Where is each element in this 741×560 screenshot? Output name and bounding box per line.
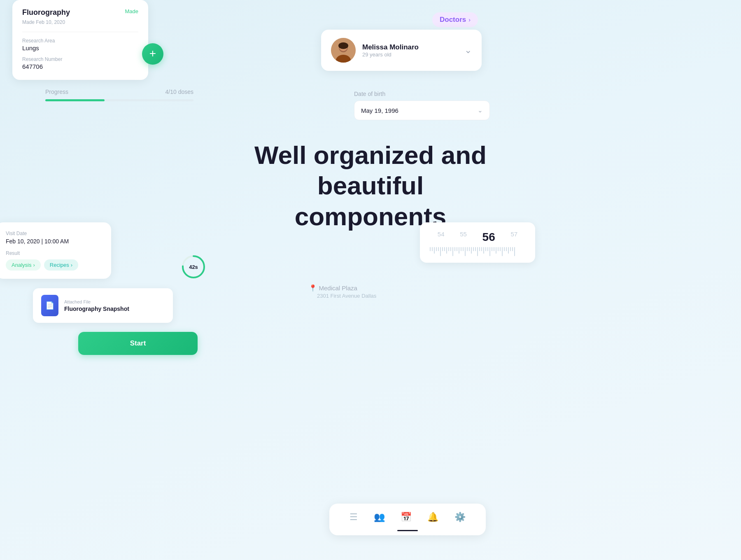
headline-text: Well organized and beautifulcomponents: [226, 140, 515, 232]
dob-label: Date of birth: [354, 91, 490, 97]
add-button[interactable]: +: [142, 43, 163, 65]
progress-bar-fill: [45, 99, 105, 101]
medical-plaza-address: 2301 First Avenue Dallas: [309, 293, 376, 299]
attached-file-label: Attached File: [64, 299, 129, 304]
timer-value: 42s: [189, 264, 198, 270]
dob-section: Date of birth May 19, 1996 ⌄: [354, 91, 490, 120]
progress-label: Progress: [45, 89, 68, 95]
dob-select[interactable]: May 19, 1996 ⌄: [354, 100, 490, 120]
ruler-num-56-active: 56: [482, 231, 495, 244]
nav-item-settings[interactable]: ⚙️: [450, 510, 470, 524]
fluoro-status-badge: Made: [125, 8, 138, 14]
medical-plaza-name: Medical Plaza: [319, 285, 357, 292]
result-label: Result: [6, 250, 101, 256]
start-button[interactable]: Start: [78, 332, 198, 355]
patient-card: Melissa Molinaro 29 years old ⌄: [321, 30, 482, 71]
doctors-label: Doctors: [440, 16, 466, 24]
dob-chevron-icon: ⌄: [478, 107, 483, 114]
bell-icon: 🔔: [427, 512, 438, 523]
analysis-chevron-icon: ›: [33, 262, 35, 268]
calendar-icon: 📅: [401, 512, 412, 523]
patient-name: Melissa Molinaro: [362, 43, 458, 51]
research-number-value: 647706: [22, 63, 138, 70]
visit-card: Visit Date Feb 10, 2020 | 10:00 AM Resul…: [0, 222, 111, 279]
nav-item-calendar[interactable]: 📅: [396, 510, 416, 524]
research-area-label: Research Area: [22, 38, 138, 44]
gear-icon: ⚙️: [454, 512, 466, 523]
research-area-value: Lungs: [22, 44, 138, 51]
ruler-num-57: 57: [510, 231, 517, 244]
headline-section: Well organized and beautifulcomponents: [0, 140, 741, 232]
documents-icon: ☰: [350, 512, 358, 523]
patient-info: Melissa Molinaro 29 years old: [362, 43, 458, 58]
ruler-num-55: 55: [460, 231, 467, 244]
file-info: Attached File Fluorography Snapshot: [64, 299, 129, 312]
visit-date-label: Visit Date: [6, 231, 101, 236]
medical-plaza-section: 📍 Medical Plaza 2301 First Avenue Dallas: [309, 284, 376, 299]
patient-expand-icon[interactable]: ⌄: [464, 45, 472, 56]
progress-bar-background: [45, 99, 193, 101]
plus-icon: +: [149, 48, 156, 59]
ruler-card: 54 55 56 57: [420, 222, 535, 263]
fluoro-title: Fluorography: [22, 8, 70, 17]
dob-value: May 19, 1996: [361, 107, 398, 114]
ruler-num-54: 54: [438, 231, 445, 244]
fluoro-date: Made Feb 10, 2020: [22, 19, 138, 25]
file-card: 📄 Attached File Fluorography Snapshot: [33, 288, 173, 323]
recipes-chevron-icon: ›: [71, 262, 72, 268]
fluorography-card: Fluorography Made Made Feb 10, 2020 Rese…: [12, 0, 148, 80]
location-icon: 📍: [309, 285, 317, 292]
doctors-badge[interactable]: Doctors ›: [432, 12, 478, 27]
nav-item-notifications[interactable]: 🔔: [423, 510, 443, 524]
research-number-label: Research Number: [22, 56, 138, 62]
timer-circle: 42s: [181, 254, 206, 279]
visit-date-value: Feb 10, 2020 | 10:00 AM: [6, 238, 101, 245]
nav-item-documents[interactable]: ☰: [345, 510, 362, 524]
svg-point-4: [338, 42, 348, 49]
ruler-numbers: 54 55 56 57: [430, 231, 525, 244]
file-icon: 📄: [41, 295, 58, 316]
result-badges: Analysis › Recipes ›: [6, 259, 101, 271]
doctors-chevron-icon: ›: [468, 16, 471, 23]
patient-avatar: [331, 38, 356, 63]
document-icon: 📄: [45, 301, 54, 310]
progress-doses: 4/10 doses: [165, 89, 194, 95]
bottom-navigation: ☰ 👥 📅 🔔 ⚙️: [329, 504, 486, 535]
progress-section: Progress 4/10 doses: [45, 89, 193, 101]
analysis-badge[interactable]: Analysis ›: [6, 259, 41, 271]
patient-age: 29 years old: [362, 51, 458, 58]
nav-item-contacts[interactable]: 👥: [370, 510, 389, 524]
nav-active-indicator: [397, 530, 418, 531]
recipes-badge[interactable]: Recipes ›: [44, 259, 78, 271]
contacts-icon: 👥: [374, 512, 385, 523]
attached-file-name: Fluorography Snapshot: [64, 306, 129, 312]
ruler-ticks: [430, 247, 525, 259]
